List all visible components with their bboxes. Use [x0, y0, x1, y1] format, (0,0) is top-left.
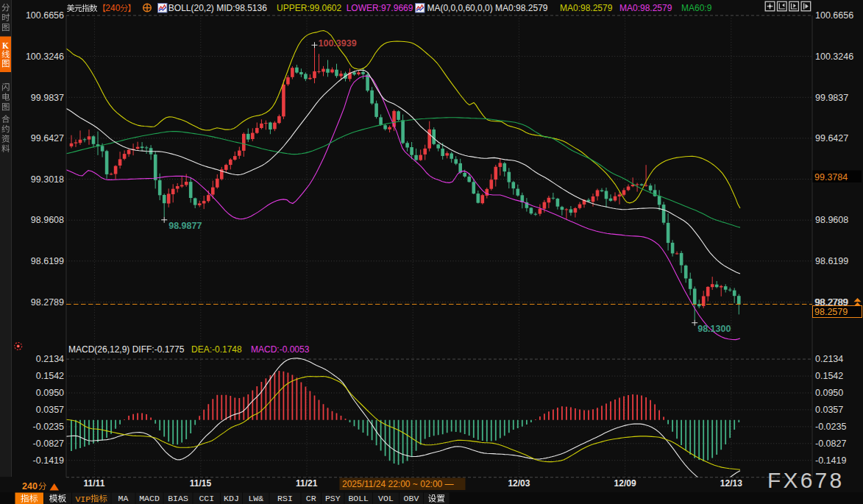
- svg-text:CCI: CCI: [199, 494, 214, 503]
- svg-text:CR: CR: [306, 494, 316, 503]
- svg-text:98.6199: 98.6199: [31, 256, 64, 266]
- svg-text:FX678: FX678: [767, 468, 844, 492]
- svg-text:K: K: [2, 41, 9, 50]
- svg-text:2025/11/24 22:00 ~ 02:00 —: 2025/11/24 22:00 ~ 02:00 —: [342, 479, 454, 489]
- svg-text:LOWER:97.9669: LOWER:97.9669: [347, 3, 413, 13]
- svg-text:98.2579: 98.2579: [814, 307, 848, 317]
- svg-text:KDJ: KDJ: [224, 494, 239, 503]
- svg-text:PSY: PSY: [325, 494, 341, 503]
- svg-text:-0.0827: -0.0827: [815, 439, 846, 449]
- svg-text:98.9608: 98.9608: [815, 215, 848, 225]
- svg-text:99.3784: 99.3784: [814, 172, 848, 182]
- svg-text:12/13: 12/13: [720, 478, 742, 489]
- svg-text:MACD: MACD: [139, 494, 160, 503]
- svg-text:240: 240: [22, 481, 38, 491]
- svg-text:BOLL(20,2) MID:98.5136: BOLL(20,2) MID:98.5136: [168, 3, 267, 13]
- svg-text:0.0357: 0.0357: [36, 405, 64, 415]
- svg-text:MA: MA: [118, 494, 129, 503]
- svg-text:DEA:-0.1748: DEA:-0.1748: [191, 344, 242, 355]
- svg-text:BOLL: BOLL: [348, 494, 369, 503]
- svg-text:98.9608: 98.9608: [31, 215, 64, 225]
- svg-text:MA(0,0,0,60,0,0) MA0:98.2579: MA(0,0,0,60,0,0) MA0:98.2579: [427, 3, 547, 13]
- svg-text:MA0:98.2579: MA0:98.2579: [560, 3, 613, 13]
- svg-text:100.6656: 100.6656: [26, 10, 64, 21]
- svg-text:UPPER:99.0602: UPPER:99.0602: [277, 3, 341, 13]
- svg-text:VIP: VIP: [75, 494, 90, 504]
- svg-text:100.3246: 100.3246: [26, 52, 64, 62]
- svg-text:99.6427: 99.6427: [815, 133, 848, 143]
- svg-text:-0.0235: -0.0235: [815, 422, 846, 432]
- svg-text:12/09: 12/09: [614, 478, 636, 489]
- svg-text:OBV: OBV: [404, 494, 419, 503]
- svg-text:99.3018: 99.3018: [31, 174, 64, 185]
- svg-text:MACD:-0.0053: MACD:-0.0053: [251, 344, 310, 355]
- svg-text:99.9837: 99.9837: [815, 93, 848, 103]
- svg-text:98.1300: 98.1300: [697, 324, 731, 334]
- svg-text:98.2789: 98.2789: [31, 297, 64, 308]
- svg-text:-0.0235: -0.0235: [33, 422, 64, 432]
- svg-text:99.6427: 99.6427: [31, 133, 64, 143]
- svg-text:VOL: VOL: [378, 494, 394, 503]
- svg-text:MA0:98.2579: MA0:98.2579: [619, 3, 672, 13]
- svg-text:BIAS: BIAS: [168, 494, 188, 503]
- svg-text:100.3939: 100.3939: [319, 38, 357, 49]
- svg-text:11/15: 11/15: [190, 478, 212, 489]
- svg-text:LW&: LW&: [248, 494, 263, 503]
- svg-text:98.9877: 98.9877: [168, 221, 202, 231]
- svg-text:RSI: RSI: [277, 494, 293, 503]
- svg-text:0.0950: 0.0950: [815, 388, 843, 398]
- svg-text:0.2134: 0.2134: [36, 354, 64, 364]
- svg-text:0.2134: 0.2134: [815, 354, 843, 364]
- svg-text:-0.0827: -0.0827: [33, 439, 64, 449]
- svg-text:11/11: 11/11: [84, 478, 105, 489]
- svg-text:0.0950: 0.0950: [36, 388, 64, 398]
- svg-text:0.1542: 0.1542: [36, 371, 64, 381]
- svg-text:MACD(26,12,9) DIFF:-0.1775: MACD(26,12,9) DIFF:-0.1775: [68, 344, 185, 355]
- svg-text:98.6199: 98.6199: [815, 256, 848, 266]
- svg-text:MA60:9: MA60:9: [681, 3, 712, 13]
- svg-text:11/21: 11/21: [296, 478, 318, 489]
- svg-text:-0.1419: -0.1419: [33, 455, 64, 466]
- svg-text:100.3246: 100.3246: [815, 52, 853, 62]
- svg-text:99.9837: 99.9837: [31, 93, 64, 103]
- svg-text:100.6656: 100.6656: [815, 10, 853, 21]
- svg-text:-0.1419: -0.1419: [815, 455, 846, 466]
- svg-text:0.0357: 0.0357: [815, 405, 843, 415]
- svg-text:240: 240: [105, 3, 120, 13]
- svg-text:12/03: 12/03: [508, 478, 530, 489]
- svg-text:0.1542: 0.1542: [815, 371, 843, 381]
